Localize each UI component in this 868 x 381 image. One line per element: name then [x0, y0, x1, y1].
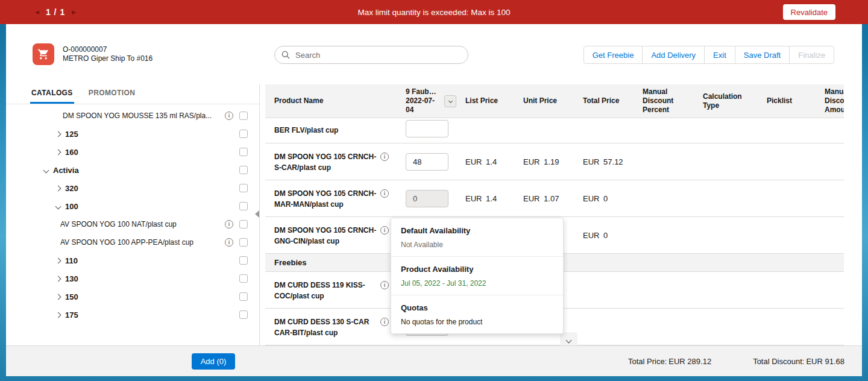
info-icon[interactable]: i — [380, 281, 389, 289]
add-button[interactable]: Add (0) — [192, 353, 235, 370]
tree-item-activia[interactable]: Activia — [6, 161, 259, 179]
delivery-menu-button[interactable] — [444, 95, 456, 107]
col-manual-discount-amount: Manual Discount Amount — [819, 84, 844, 118]
collapse-sidebar-icon[interactable] — [255, 210, 259, 218]
revalidate-button[interactable]: Revalidate — [783, 4, 835, 20]
tree-item[interactable]: 175 — [6, 306, 259, 324]
col-manual-discount-percent: Manual Discount Percent — [637, 84, 697, 118]
collapse-icon[interactable] — [41, 168, 51, 172]
next-error-icon[interactable]: ▶ — [72, 10, 76, 15]
expand-icon[interactable] — [53, 277, 63, 281]
banner-message: Max limit quantity is exceeded: Max is 1… — [0, 0, 868, 24]
product-name: DM SPOON YOG 105 CRNCH-GNG-CIN/plast cup — [274, 225, 376, 247]
tree-item[interactable]: 125 — [6, 125, 259, 143]
quantity-input[interactable] — [406, 120, 448, 137]
order-name: METRO Giper Ship To #016 — [63, 54, 153, 63]
tree-item[interactable]: AV SPOON YOG 100 NAT/plast cup i — [6, 215, 259, 233]
info-icon[interactable]: i — [380, 153, 389, 161]
tree-item-checkbox[interactable] — [239, 220, 248, 228]
tree-item-checkbox[interactable] — [239, 292, 248, 301]
info-icon[interactable]: i — [225, 220, 233, 228]
expand-icon[interactable] — [53, 132, 63, 136]
table-header-row: Product Name 9 Faubour... 2022-07-04 Lis… — [265, 84, 844, 118]
tab-catalogs[interactable]: CATALOGS — [30, 84, 74, 104]
info-icon[interactable]: i — [380, 318, 389, 326]
info-icon[interactable]: i — [225, 112, 233, 120]
tree-item[interactable]: 150 — [6, 288, 259, 306]
catalog-tree: DM SPOON YOG MOUSSE 135 ml RAS/pla... i … — [6, 104, 259, 324]
card-header: O-000000007 METRO Giper Ship To #016 Get… — [6, 24, 862, 84]
unit-price: EUR 1.19 — [517, 143, 577, 180]
exit-button[interactable]: Exit — [704, 46, 735, 64]
total-price — [577, 272, 637, 308]
expand-icon[interactable] — [53, 295, 63, 299]
collapse-icon[interactable] — [53, 204, 63, 209]
expand-icon[interactable] — [53, 186, 63, 190]
tree-item[interactable]: 320 — [6, 179, 259, 197]
product-availability-section: Product Availability Jul 05, 2022 - Jul … — [391, 257, 563, 295]
order-info: O-000000007 METRO Giper Ship To #016 — [63, 45, 153, 63]
finalize-button: Finalize — [789, 46, 834, 64]
tree-item-checkbox[interactable] — [239, 166, 248, 174]
product-availability-title: Product Availability — [401, 265, 553, 274]
save-draft-button[interactable]: Save Draft — [735, 46, 790, 64]
product-name: DM CURD DESS 119 KISS-COC/plast cup — [274, 280, 365, 301]
tree-item[interactable]: 130 — [6, 269, 259, 288]
tree-item-checkbox[interactable] — [239, 238, 248, 247]
tree-item-checkbox[interactable] — [239, 112, 248, 120]
tree-item-checkbox[interactable] — [239, 274, 248, 283]
total-price: EUR 0 — [577, 217, 637, 253]
delivery-name: 9 Faubour... — [406, 87, 441, 96]
tree-item-checkbox[interactable] — [239, 130, 248, 138]
search-input[interactable] — [274, 46, 468, 64]
order-entry-app: Max limit quantity is exceeded: Max is 1… — [0, 0, 868, 381]
col-delivery: 9 Faubour... 2022-07-04 — [397, 84, 459, 118]
prev-error-icon[interactable]: ◀ — [35, 10, 39, 15]
tree-item[interactable]: 110 — [6, 251, 259, 269]
catalog-sidebar: CATALOGS PROMOTION DM SPOON YOG MOUSSE 1… — [6, 84, 260, 345]
tree-item[interactable]: 100 — [6, 197, 259, 215]
tree-item-checkbox[interactable] — [239, 184, 248, 192]
product-name: BER FLV/plast cup — [265, 118, 397, 143]
info-icon[interactable]: i — [225, 238, 233, 247]
col-list-price: List Price — [459, 84, 517, 118]
expand-icon[interactable] — [53, 150, 63, 154]
search-icon — [281, 51, 290, 61]
availability-popover: Default Availability Not Available Produ… — [391, 218, 564, 334]
header-actions: Get Freebie Add Delivery Exit Save Draft… — [583, 46, 834, 64]
product-name: DM SPOON YOG 105 CRNCH-MAR-MAN/plast cup — [274, 188, 376, 210]
tree-item-checkbox[interactable] — [239, 256, 248, 265]
info-icon[interactable]: i — [380, 226, 389, 235]
tree-item[interactable]: AV SPOON YOG 100 APP-PEA/plast cup i — [6, 233, 259, 251]
order-number: O-000000007 — [63, 45, 153, 54]
tree-item[interactable]: 160 — [6, 143, 259, 161]
product-name: DM CURD DESS 130 S-CARCAR-BIT/plast cup — [274, 316, 369, 338]
tab-promotion[interactable]: PROMOTION — [87, 84, 137, 104]
cart-icon — [33, 43, 54, 65]
tree-item-checkbox[interactable] — [239, 148, 248, 156]
expand-icon[interactable] — [53, 313, 63, 317]
tree-item-checkbox[interactable] — [239, 202, 248, 210]
quotas-title: Quotas — [401, 303, 553, 312]
col-product-name: Product Name — [265, 84, 397, 118]
quotas-section: Quotas No quotas for the product — [391, 295, 563, 333]
sidebar-tabs: CATALOGS PROMOTION — [6, 84, 259, 104]
quantity-input[interactable] — [406, 153, 448, 171]
quotas-value: No quotas for the product — [401, 318, 553, 326]
tree-item-checkbox[interactable] — [239, 310, 248, 319]
list-price: EUR 1.4 — [459, 180, 517, 216]
add-delivery-button[interactable]: Add Delivery — [642, 46, 705, 64]
order-totals: Total Price:EUR 289.12 Total Discount:EU… — [628, 346, 846, 376]
info-icon[interactable]: i — [380, 189, 389, 198]
tree-item[interactable]: DM SPOON YOG MOUSSE 135 ml RAS/pla... i — [6, 107, 259, 125]
table-row: BER FLV/plast cup — [265, 118, 844, 143]
product-name: DM SPOON YOG 105 CRNCH-S-CAR/plast cup — [274, 151, 376, 173]
total-price — [577, 309, 637, 345]
scroll-down-button[interactable] — [560, 332, 577, 345]
get-freebie-button[interactable]: Get Freebie — [583, 46, 643, 64]
default-availability-value: Not Available — [401, 241, 553, 249]
col-calculation-type: Calculation Type — [697, 84, 761, 118]
total-price-summary: Total Price:EUR 289.12 — [628, 357, 713, 366]
expand-icon[interactable] — [53, 259, 63, 263]
delivery-date: 2022-07-04 — [406, 96, 435, 114]
